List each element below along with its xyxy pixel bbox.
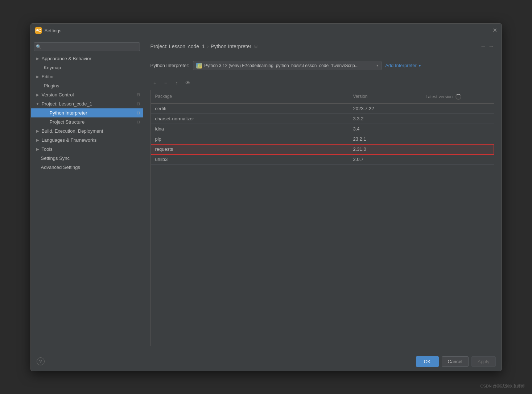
interpreter-select[interactable]: 🐍 Python 3.12 (venv) E:\code\learning_py…: [193, 61, 382, 70]
cell-latest: [421, 124, 494, 134]
cell-latest: [421, 114, 494, 124]
sidebar-item-plugins[interactable]: Plugins: [31, 81, 143, 90]
cell-version: 3.4: [349, 124, 421, 134]
app-icon: PC: [35, 27, 42, 34]
sidebar-item-label: Tools: [42, 146, 140, 152]
sidebar-item-editor[interactable]: ▶ Editor: [31, 72, 143, 81]
add-package-button[interactable]: +: [150, 78, 160, 88]
sidebar-item-python-interpreter[interactable]: Python Interpreter ⊟: [31, 108, 143, 117]
search-icon: 🔍: [36, 44, 41, 49]
expand-icon: ▼: [35, 101, 40, 106]
ok-button[interactable]: OK: [416, 356, 439, 367]
sidebar-item-label: Languages & Frameworks: [42, 137, 140, 143]
breadcrumb-db-icon: ⊟: [254, 44, 257, 49]
apply-button[interactable]: Apply: [471, 356, 496, 367]
col-header-package: Package: [151, 92, 349, 101]
sidebar-item-settings-sync[interactable]: Settings Sync: [31, 154, 143, 163]
cell-version: 23.2.1: [349, 134, 421, 144]
interpreter-icon: 🐍: [196, 63, 202, 69]
remove-package-button[interactable]: −: [161, 78, 171, 88]
packages-toolbar: + − ↑ 👁: [150, 76, 494, 90]
breadcrumb-separator: ›: [207, 43, 209, 49]
panel-content: Python Interpreter: 🐍 Python 3.12 (venv)…: [143, 55, 502, 352]
expand-icon: ▶: [35, 92, 40, 97]
col-header-latest: Latest version: [421, 92, 494, 101]
table-row[interactable]: urllib3 2.0.7: [151, 154, 494, 165]
table-body: certifi 2023.7.22 charset-normalizer 3.3…: [151, 104, 494, 346]
sidebar-item-keymap[interactable]: Keymap: [31, 63, 143, 72]
sidebar: 🔍 ▶ Appearance & Behavior Keymap ▶ Edito…: [31, 38, 143, 352]
packages-table: Package Version Latest version: [150, 90, 494, 346]
footer-buttons: OK Cancel Apply: [416, 356, 496, 367]
interpreter-dropdown-icon: ▾: [376, 63, 378, 67]
sidebar-item-languages[interactable]: ▶ Languages & Frameworks: [31, 136, 143, 145]
expand-icon: ▶: [35, 128, 40, 133]
cell-package: requests: [151, 144, 349, 154]
settings-dialog: PC Settings ✕ 🔍 ▶ Appearance & Behavior …: [30, 23, 502, 371]
table-row[interactable]: pip 23.2.1: [151, 134, 494, 144]
sidebar-item-advanced-settings[interactable]: Advanced Settings: [31, 163, 143, 172]
sidebar-item-appearance[interactable]: ▶ Appearance & Behavior: [31, 54, 143, 63]
sidebar-item-label: Version Control: [42, 92, 135, 98]
col-header-version: Version: [349, 92, 421, 101]
dialog-footer: ? OK Cancel Apply: [31, 352, 502, 371]
cell-latest: [421, 144, 494, 154]
close-button[interactable]: ✕: [492, 28, 497, 33]
main-content: 🔍 ▶ Appearance & Behavior Keymap ▶ Edito…: [31, 38, 502, 352]
search-input[interactable]: [34, 42, 140, 51]
cell-latest: [421, 104, 494, 113]
dialog-title: Settings: [45, 28, 62, 33]
cancel-button[interactable]: Cancel: [442, 356, 469, 367]
table-row[interactable]: idna 3.4: [151, 124, 494, 134]
cell-version: 2.31.0: [349, 144, 421, 154]
db-icon: ⊟: [137, 111, 140, 115]
sidebar-item-label: Project Structure: [50, 119, 135, 125]
nav-forward-button[interactable]: →: [488, 43, 494, 50]
sidebar-item-project[interactable]: ▼ Project: Lesson_code_1 ⊟: [31, 99, 143, 108]
cell-version: 2023.7.22: [349, 104, 421, 113]
breadcrumb-parent: Project: Lesson_code_1: [150, 43, 205, 49]
search-box[interactable]: 🔍: [34, 42, 140, 51]
help-button[interactable]: ?: [37, 357, 45, 365]
expand-icon: ▶: [35, 56, 40, 61]
cell-package: certifi: [151, 104, 349, 113]
title-bar: PC Settings ✕: [31, 24, 502, 38]
nav-arrows: ← →: [481, 43, 494, 50]
db-icon: ⊟: [137, 120, 140, 124]
table-row-requests[interactable]: requests 2.31.0: [151, 144, 494, 154]
db-icon: ⊟: [137, 92, 140, 97]
sidebar-item-label: Build, Execution, Deployment: [42, 128, 140, 134]
sidebar-item-label: Keymap: [44, 65, 140, 70]
show-details-button[interactable]: 👁: [183, 78, 193, 88]
sidebar-item-label: Editor: [42, 74, 140, 79]
cell-package: pip: [151, 134, 349, 144]
up-package-button[interactable]: ↑: [172, 78, 182, 88]
sidebar-item-label: Project: Lesson_code_1: [42, 101, 135, 107]
add-chevron-icon: ▾: [419, 64, 421, 68]
sidebar-item-label: Plugins: [44, 83, 140, 88]
cell-package: urllib3: [151, 154, 349, 164]
watermark: CSDN @测试划水老师傅: [481, 383, 525, 389]
sidebar-item-label: Advanced Settings: [41, 165, 140, 170]
add-interpreter-button[interactable]: Add Interpreter ▾: [385, 63, 420, 68]
cell-latest: [421, 154, 494, 164]
sidebar-item-build-exec[interactable]: ▶ Build, Execution, Deployment: [31, 127, 143, 136]
breadcrumb-current: Python Interpreter: [211, 43, 251, 49]
expand-icon: ▶: [35, 146, 40, 152]
interpreter-row: Python Interpreter: 🐍 Python 3.12 (venv)…: [150, 61, 494, 70]
breadcrumb: Project: Lesson_code_1 › Python Interpre…: [143, 38, 502, 55]
expand-icon: ▶: [35, 137, 40, 142]
cell-version: 3.3.2: [349, 114, 421, 124]
interpreter-value: Python 3.12 (venv) E:\code\learning_pyth…: [204, 63, 375, 68]
nav-back-button[interactable]: ←: [481, 43, 486, 50]
table-row[interactable]: charset-normalizer 3.3.2: [151, 114, 494, 124]
sidebar-item-version-control[interactable]: ▶ Version Control ⊟: [31, 90, 143, 99]
cell-package: idna: [151, 124, 349, 134]
right-panel: Project: Lesson_code_1 › Python Interpre…: [143, 38, 502, 352]
table-row[interactable]: certifi 2023.7.22: [151, 104, 494, 114]
cell-latest: [421, 134, 494, 144]
db-icon: ⊟: [137, 101, 140, 106]
sidebar-item-tools[interactable]: ▶ Tools: [31, 145, 143, 154]
cell-version: 2.0.7: [349, 154, 421, 164]
sidebar-item-project-structure[interactable]: Project Structure ⊟: [31, 117, 143, 127]
